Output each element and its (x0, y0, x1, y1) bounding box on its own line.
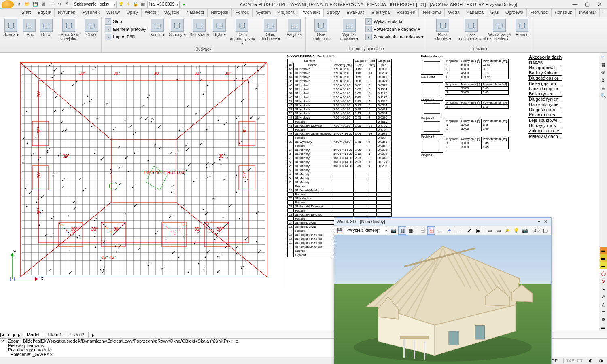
tab-edycja[interactable]: Edycja (34, 9, 55, 17)
import-button[interactable]: ▫Import F3D (103, 33, 148, 40)
oknodach-button[interactable]: ▢Okno dachowe ▾ (257, 18, 284, 42)
command-close-icon[interactable]: ✕ (1, 339, 6, 344)
play-icon[interactable]: ▸ (180, 1, 188, 8)
layer-combo[interactable]: isa_V5CC009 (147, 1, 180, 8)
tab-gaz[interactable]: Gaz (487, 9, 502, 17)
sun-icon[interactable]: ☀ (503, 226, 511, 235)
bulb-icon[interactable]: 💡 (117, 1, 125, 8)
layout-tab-układ2[interactable]: Układ2 (66, 332, 89, 338)
sun-icon[interactable]: ☀ (125, 1, 132, 8)
target-icon[interactable]: ⊕ (600, 277, 607, 285)
tab-architekt[interactable]: Architekt (299, 9, 324, 17)
komin-button[interactable]: ▢Komin ▾ (149, 18, 166, 38)
tab-piorunoc[interactable]: Piorunoc (527, 9, 551, 17)
wiz-button[interactable]: ▢Wizualizacja zacienienia (486, 18, 513, 42)
c2-icon[interactable]: ▬ (600, 254, 607, 262)
layers-icon[interactable]: ▭ (486, 226, 494, 235)
element-button[interactable]: ▫Element prętowy (103, 25, 148, 33)
sciana-button[interactable]: ▢Ściana ▾ (2, 18, 20, 38)
roza-button[interactable]: ▢Róża wiatrów ▾ (429, 18, 456, 42)
tab-wyjście[interactable]: Wyjście (161, 9, 183, 17)
tab-opisy[interactable]: Opisy (123, 9, 142, 17)
czas-button[interactable]: ▢Czas nasłonecznienia (457, 18, 485, 42)
tab-widok[interactable]: Widok (142, 9, 161, 17)
okno-button[interactable]: ▢Okno (21, 18, 37, 38)
circle-icon[interactable]: ◯ (600, 270, 607, 277)
wykaz-button[interactable]: ▫Wykaz stolarki (364, 18, 425, 25)
tab-rysunek[interactable]: Rysunek (79, 9, 103, 17)
layout-nav[interactable]: |⏴ ⏴ ⏵ ⏵| (0, 332, 23, 337)
tab-stropy[interactable]: Stropy (324, 9, 344, 17)
box-icon[interactable]: ▢ (541, 226, 550, 235)
close-button[interactable]: ✕ (593, 0, 605, 8)
bulb2-icon[interactable]: 💡 (512, 226, 520, 235)
nav-last-icon[interactable]: ⏵| (17, 332, 23, 337)
view3d-min-icon[interactable]: ▾ (536, 219, 542, 224)
pomoc-button[interactable]: ▢Pomoc (514, 18, 530, 38)
layout-tab-model[interactable]: Model (23, 332, 44, 338)
sketch-combo[interactable]: Szkicowanie i opisy (72, 1, 117, 8)
slup-button[interactable]: ▫Słup (103, 18, 148, 25)
save-icon[interactable]: 💾 (32, 1, 39, 8)
pow-button[interactable]: ▫Powierzchnie dachów ▾ (364, 25, 425, 33)
tab-krajobra:[interactable]: Krajobra: (274, 9, 299, 17)
focus-icon[interactable]: ▣ (474, 226, 482, 235)
zoom-icon[interactable]: 🔍 (600, 92, 607, 99)
floor-icon[interactable]: ▥ (398, 226, 406, 235)
tab-wstaw[interactable]: Wstaw (103, 9, 123, 17)
minimize-button[interactable]: — (569, 0, 581, 8)
view3d-titlebar[interactable]: Widok 3D - [Nieaktywny] ▾✕ (334, 218, 551, 226)
tab-ogrzewa[interactable]: Ogrzewa (502, 9, 527, 17)
nav-first-icon[interactable]: |⏴ (0, 332, 6, 337)
tool-icon[interactable]: ✎ (64, 1, 71, 8)
sb-icon10[interactable]: ◐ (586, 358, 595, 363)
eye-icon[interactable]: 👁 (600, 69, 607, 76)
tab-narzędzi[interactable]: Narzędzi (208, 9, 232, 17)
redo-icon[interactable]: ↷ (56, 1, 63, 8)
tab-rysunek[interactable]: Rysunek (55, 9, 79, 17)
lock-icon[interactable]: 🔓 (132, 1, 139, 8)
otwor-button[interactable]: ▢Otwór (83, 18, 100, 38)
nav-next-icon[interactable]: ⏵ (11, 332, 17, 337)
tab-narzędzi[interactable]: Narzędzi (183, 9, 207, 17)
axis-icon[interactable]: ↔ (436, 226, 444, 235)
layers2-icon[interactable]: ▭ (495, 226, 503, 235)
zest-button[interactable]: ▫Zestawienie materiałów ▾ (364, 33, 425, 40)
tab-start[interactable]: Start (18, 9, 34, 17)
tab-woda[interactable]: Woda (445, 9, 463, 17)
schody-button[interactable]: ▢Schody ▾ (167, 18, 187, 38)
c1-icon[interactable]: ▬ (600, 247, 607, 254)
facjatka-button[interactable]: ▢Facjatka (285, 18, 304, 38)
tablet-mode[interactable]: TABLET (563, 358, 585, 363)
layout-scroll-icon[interactable]: ⏵ (89, 332, 98, 337)
c3-icon[interactable]: ▬ (600, 262, 607, 269)
measure-icon[interactable]: ⟂ (457, 226, 465, 235)
camera-combo[interactable]: <Wybierz kamerę> (345, 227, 389, 234)
layout-tab-układ1[interactable]: Układ1 (44, 332, 66, 338)
floor2-icon[interactable]: ▦ (407, 226, 415, 235)
drawing-canvas[interactable]: 30° 30° 30° 30° 30° 30° 30° 30° 30°30° 3… (0, 53, 283, 288)
child-win-min[interactable]: — (600, 9, 607, 17)
oknodrzwi-button[interactable]: ▢Okno/Drzwi specjalne (55, 18, 83, 42)
stamp-icon[interactable]: ▤ (600, 84, 607, 91)
render-icon[interactable]: 3D (533, 226, 541, 235)
tab-system[interactable]: System (253, 9, 274, 17)
dach-button[interactable]: ▢Dach automatyczny ▾ (228, 18, 256, 47)
plane-icon[interactable]: ✈ (445, 226, 453, 235)
tab-telekomu[interactable]: Telekomu (419, 9, 445, 17)
expand-icon[interactable]: ⤢ (465, 226, 473, 235)
tab-kanaliza[interactable]: Kanaliza (463, 9, 487, 17)
tab-elektryka[interactable]: Elektryka (368, 9, 393, 17)
last-icon[interactable]: ▬ (600, 324, 607, 331)
cone-icon[interactable]: △ (600, 301, 607, 308)
wymiar-button[interactable]: ▢Wymiar dowolny ▾ (335, 18, 363, 42)
prop-icon[interactable]: ⚙ (600, 316, 607, 323)
new-icon[interactable]: 🗎 (15, 1, 23, 8)
tab-rozdzielr[interactable]: Rozdzielr (393, 9, 419, 17)
save-view-icon[interactable]: 💾 (336, 226, 344, 235)
tab-inwentar[interactable]: Inwentar (576, 9, 600, 17)
undo-icon[interactable]: ↶ (48, 1, 55, 8)
layer-icon[interactable]: ▦ (139, 1, 146, 8)
view3d-canvas[interactable] (334, 235, 551, 364)
print-icon[interactable]: 🖶 (40, 1, 47, 8)
